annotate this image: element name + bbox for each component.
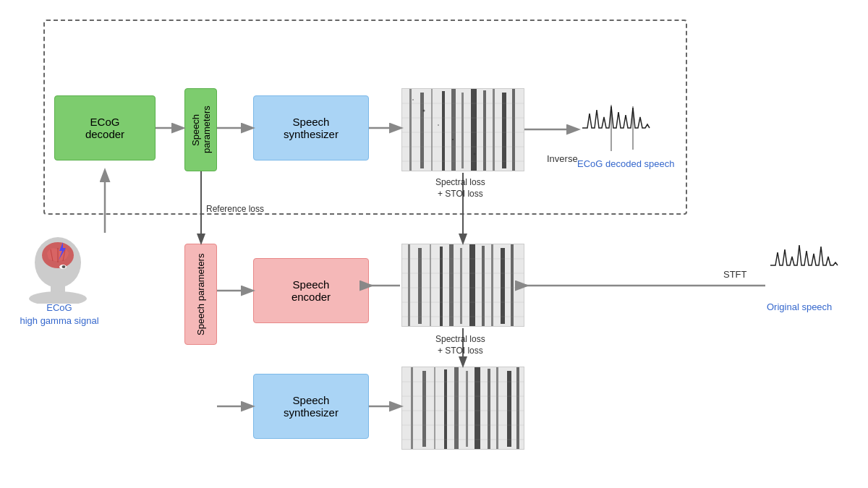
svg-rect-44 (454, 367, 459, 450)
ecog-decoded-waveform (579, 99, 651, 157)
svg-point-21 (474, 153, 476, 155)
svg-rect-31 (491, 244, 493, 327)
svg-point-81 (29, 291, 87, 304)
svg-rect-50 (516, 367, 519, 450)
original-speech-waveform (767, 236, 839, 294)
svg-rect-46 (475, 367, 480, 450)
speech-encoder-label: Speech encoder (292, 278, 331, 303)
svg-rect-8 (483, 90, 486, 171)
spectrogram-middle (401, 244, 524, 327)
ecog-decoded-speech-label: ECoG decoded speech (577, 158, 674, 169)
diagram-container: ECoG decoder Speech parameters Speech sy… (14, 20, 854, 468)
speech-params-top-label: Speech parameters (190, 95, 212, 165)
svg-rect-29 (469, 244, 475, 327)
spectrogram-bottom-svg (402, 367, 524, 450)
svg-rect-10 (502, 93, 506, 168)
spectrogram-middle-svg (402, 244, 524, 327)
svg-rect-47 (488, 369, 490, 450)
svg-rect-49 (507, 371, 511, 447)
svg-point-18 (423, 110, 425, 112)
svg-rect-1 (409, 89, 412, 171)
svg-rect-32 (501, 248, 505, 324)
speech-synthesizer-top-box: Speech synthesizer (253, 95, 369, 160)
spectral-loss-bottom-label: Spectral loss+ STOI loss (435, 334, 485, 356)
svg-rect-42 (434, 367, 435, 450)
speech-params-bottom-label: Speech parameters (195, 253, 206, 335)
speech-synthesizer-bottom-box: Speech synthesizer (253, 374, 369, 439)
svg-rect-5 (451, 89, 456, 171)
ecog-decoder-label: ECoG decoder (85, 116, 124, 140)
svg-rect-33 (511, 244, 514, 327)
ecog-decoder-box: ECoG decoder (54, 95, 156, 160)
svg-rect-45 (466, 371, 468, 447)
svg-rect-39 (402, 367, 524, 450)
spectrogram-bottom (401, 367, 524, 450)
svg-rect-2 (420, 93, 424, 168)
svg-rect-3 (431, 89, 433, 171)
svg-rect-24 (418, 248, 422, 324)
spectrogram-top-svg (402, 89, 524, 171)
svg-rect-40 (411, 367, 413, 450)
svg-rect-48 (496, 367, 498, 450)
svg-point-17 (412, 99, 414, 100)
svg-rect-9 (493, 89, 495, 171)
svg-rect-26 (440, 247, 443, 326)
svg-point-20 (452, 139, 454, 140)
svg-rect-25 (430, 244, 431, 327)
spectral-loss-top-label: Spectral loss+ STOI loss (435, 177, 485, 200)
svg-rect-6 (461, 93, 464, 168)
brain-icon-area (14, 222, 101, 316)
svg-rect-43 (444, 369, 447, 449)
inverse-label: Inverse (547, 153, 578, 164)
stft-label: STFT (723, 269, 747, 280)
svg-rect-41 (422, 371, 426, 447)
svg-rect-11 (512, 89, 515, 171)
speech-synthesizer-top-label: Speech synthesizer (284, 116, 339, 140)
svg-rect-23 (408, 244, 410, 327)
svg-rect-4 (442, 91, 445, 171)
svg-rect-27 (449, 244, 454, 327)
speech-params-bottom-box: Speech parameters (184, 244, 217, 345)
speech-params-top-box: Speech parameters (184, 88, 217, 171)
svg-point-88 (62, 265, 66, 268)
svg-rect-7 (471, 89, 477, 171)
svg-rect-30 (482, 246, 485, 327)
brain-svg (25, 235, 90, 304)
spectrogram-top (401, 88, 524, 171)
speech-synthesizer-bottom-label: Speech synthesizer (284, 394, 339, 419)
svg-rect-28 (460, 248, 462, 324)
reference-loss-label: Reference loss (206, 204, 264, 214)
original-speech-label: Original speech (767, 301, 832, 312)
svg-point-19 (438, 124, 439, 126)
speech-encoder-box: Speech encoder (253, 258, 369, 323)
